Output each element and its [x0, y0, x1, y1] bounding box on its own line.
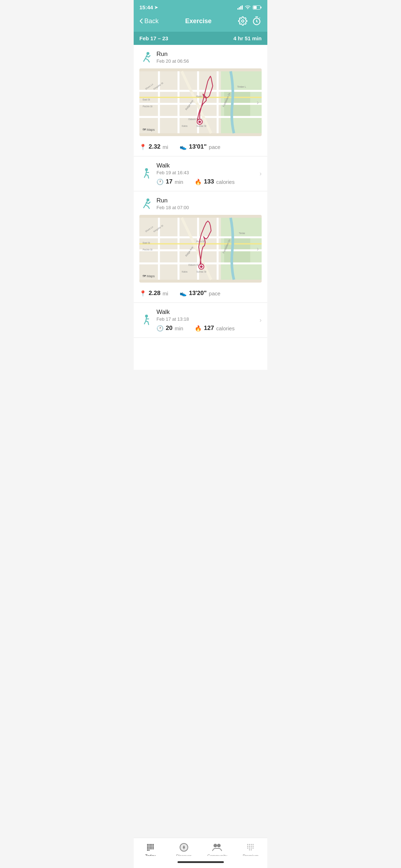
svg-text:Timber L: Timber L	[237, 86, 246, 88]
svg-rect-2	[253, 6, 257, 9]
svg-point-3	[242, 20, 244, 22]
svg-text:Sumac St: Sumac St	[196, 125, 206, 127]
walk1-chevron: ›	[259, 170, 262, 177]
settings-icon[interactable]	[238, 16, 247, 26]
status-bar: 15:44 ➤	[134, 0, 267, 13]
run2-distance: 📍 2.28 mi	[139, 290, 168, 297]
run2-map[interactable]: Shurs Ln Kingsley St East St Pechin St R…	[139, 215, 262, 283]
svg-text:🗺 Maps: 🗺 Maps	[143, 128, 155, 131]
svg-text:Rock St: Rock St	[196, 240, 205, 243]
header: Back Exercise	[134, 13, 267, 32]
run1-pace: 👟 13'01" pace	[180, 143, 220, 150]
back-button[interactable]: Back	[139, 17, 159, 25]
walk2-calories: 🔥 127 calories	[195, 325, 235, 332]
stopwatch-icon[interactable]	[252, 16, 262, 26]
run1-date: Feb 20 at 06:56	[156, 58, 262, 64]
walk1-calories: 🔥 133 calories	[195, 178, 235, 185]
walk1-title: Walk	[156, 162, 259, 169]
run2-title: Run	[156, 197, 262, 204]
clock2-icon: 🕐	[156, 325, 164, 332]
header-action-icons	[238, 16, 262, 26]
run1-stats: 📍 2.32 mi 👟 13'01" pace	[139, 140, 262, 156]
run2-stats: 📍 2.28 mi 👟 13'20" pace	[139, 287, 262, 303]
walk2-duration: 🕐 20 min	[156, 325, 183, 332]
activity-run-1[interactable]: Run Feb 20 at 06:56	[134, 45, 267, 156]
location-arrow-icon: ➤	[154, 5, 158, 10]
date-range: Feb 17 – 23	[139, 35, 168, 41]
svg-text:Pechin St: Pechin St	[143, 105, 153, 108]
svg-rect-1	[261, 6, 262, 8]
wifi-icon	[245, 5, 251, 10]
run2-date: Feb 18 at 07:00	[156, 205, 262, 210]
svg-text:Kalos: Kalos	[182, 125, 187, 127]
location2-icon: 📍	[139, 290, 146, 297]
walk2-title: Walk	[156, 309, 259, 316]
svg-text:Pechin St: Pechin St	[143, 248, 153, 251]
walk2-chevron: ›	[259, 316, 262, 324]
run2-map-chevron: ›	[257, 245, 259, 253]
svg-point-33	[146, 198, 149, 201]
svg-text:Osborn St: Osborn St	[188, 264, 199, 266]
status-icons	[237, 5, 262, 10]
shoe-icon: 👟	[180, 144, 187, 150]
svg-text:🗺 Maps: 🗺 Maps	[143, 274, 155, 278]
run2-icon	[139, 197, 154, 211]
svg-point-5	[146, 52, 149, 55]
svg-text:Kalos: Kalos	[182, 270, 187, 273]
signal-icon	[237, 5, 243, 10]
walk2-icon	[139, 313, 154, 327]
walk1-stats: 🕐 17 min 🔥 133 calories	[156, 178, 259, 185]
svg-text:East St: East St	[143, 98, 150, 101]
run2-pace: 👟 13'20" pace	[180, 290, 220, 297]
location-icon: 📍	[139, 144, 146, 150]
run-icon	[139, 51, 154, 65]
svg-point-30	[199, 120, 201, 123]
clock-icon: 🕐	[156, 179, 164, 185]
flame-icon: 🔥	[195, 179, 202, 185]
activity-walk-2[interactable]: Walk Feb 17 at 13:18 🕐 20 min 🔥 127 calo…	[134, 303, 267, 338]
battery-icon	[253, 5, 262, 10]
activity-run-2[interactable]: Run Feb 18 at 07:00 Shurs Ln Kingsley S	[134, 191, 267, 303]
page-title: Exercise	[185, 17, 211, 25]
svg-point-58	[200, 265, 202, 268]
run1-map[interactable]: Shurs Ln Kingsley St East St Pechin St R…	[139, 68, 262, 136]
walk1-date: Feb 19 at 16:43	[156, 170, 259, 175]
svg-text:Sumac St: Sumac St	[196, 270, 206, 273]
walk-icon	[139, 167, 154, 181]
run1-distance: 📍 2.32 mi	[139, 143, 168, 150]
walk2-date: Feb 17 at 13:18	[156, 316, 259, 322]
run1-title: Run	[156, 51, 262, 58]
flame2-icon: 🔥	[195, 325, 202, 332]
status-time: 15:44 ➤	[139, 4, 158, 10]
walk1-duration: 🕐 17 min	[156, 178, 183, 185]
activities-list: Run Feb 20 at 06:56	[134, 45, 267, 370]
svg-text:East St: East St	[143, 242, 150, 244]
shoe2-icon: 👟	[180, 290, 187, 297]
bottom-spacer	[134, 338, 267, 370]
svg-text:Timbe: Timbe	[239, 232, 245, 234]
activity-walk-1[interactable]: Walk Feb 19 at 16:43 🕐 17 min 🔥 133 calo…	[134, 156, 267, 191]
walk2-stats: 🕐 20 min 🔥 127 calories	[156, 325, 259, 332]
map-chevron-right: ›	[257, 99, 259, 106]
date-range-bar: Feb 17 – 23 4 hr 51 min	[134, 32, 267, 45]
total-time: 4 hr 51 min	[233, 35, 262, 41]
